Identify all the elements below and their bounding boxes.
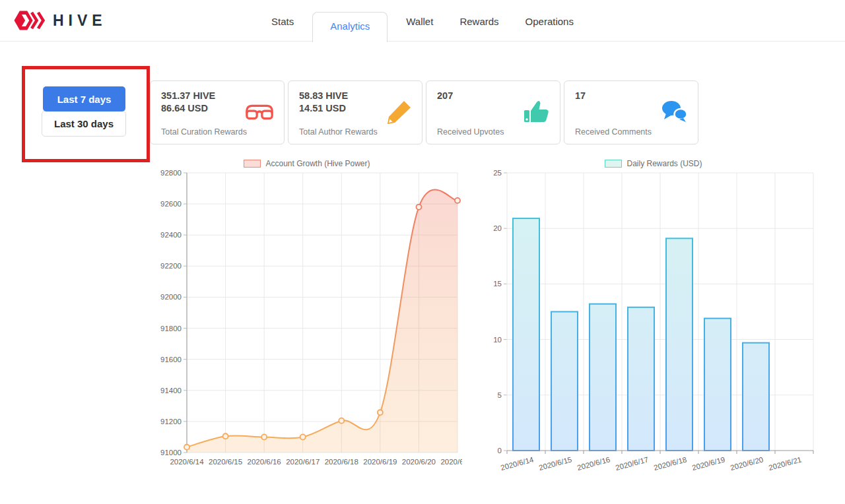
daily-rewards-plot: 05101520252020/6/142020/6/152020/6/16202… xyxy=(489,170,819,484)
svg-text:2020/6/21: 2020/6/21 xyxy=(768,455,803,472)
svg-text:2020/6/20: 2020/6/20 xyxy=(729,455,764,472)
svg-text:2020/6/17: 2020/6/17 xyxy=(286,458,320,466)
tab-wallet[interactable]: Wallet xyxy=(402,16,437,41)
daily-rewards-legend[interactable]: Daily Rewards (USD) xyxy=(489,157,819,170)
pencil-icon xyxy=(386,99,413,128)
svg-text:91200: 91200 xyxy=(160,418,182,425)
upvotes-value: 207 xyxy=(437,90,520,102)
svg-text:91400: 91400 xyxy=(160,387,182,394)
analytics-page: HIVE Stats Analytics Wallet Rewards Oper… xyxy=(0,0,845,504)
svg-text:2020/6/21: 2020/6/21 xyxy=(440,458,462,466)
svg-text:92000: 92000 xyxy=(160,293,182,301)
svg-text:2020/6/15: 2020/6/15 xyxy=(538,455,573,472)
header: HIVE Stats Analytics Wallet Rewards Oper… xyxy=(0,0,845,42)
svg-text:2020/6/19: 2020/6/19 xyxy=(691,455,726,472)
stat-card-received-upvotes: 207 Received Upvotes xyxy=(426,80,560,144)
svg-text:20: 20 xyxy=(493,224,502,232)
curation-usd-value: 86.64 USD xyxy=(161,102,242,115)
svg-text:10: 10 xyxy=(493,336,502,344)
account-growth-chart: Account Growth (Hive Power) 910009120091… xyxy=(152,157,462,478)
svg-text:92400: 92400 xyxy=(160,231,182,239)
curation-hive-value: 351.37 HIVE xyxy=(161,90,242,102)
svg-text:2020/6/16: 2020/6/16 xyxy=(576,455,611,472)
bar-legend-swatch xyxy=(605,160,622,168)
author-hive-value: 58.83 HIVE xyxy=(299,90,384,102)
tab-stats[interactable]: Stats xyxy=(267,16,298,41)
stat-cards-row: 351.37 HIVE 86.64 USD Total Curation Rew… xyxy=(150,80,698,144)
author-usd-value: 14.51 USD xyxy=(299,102,384,115)
bar-legend-label: Daily Rewards (USD) xyxy=(626,159,702,168)
svg-text:2020/6/18: 2020/6/18 xyxy=(325,458,358,466)
line-legend-swatch xyxy=(244,160,261,168)
svg-text:2020/6/14: 2020/6/14 xyxy=(170,458,204,466)
upvotes-label: Received Upvotes xyxy=(437,127,520,137)
curation-label: Total Curation Rewards xyxy=(161,127,242,137)
brand-text: HIVE xyxy=(53,12,107,30)
tab-rewards[interactable]: Rewards xyxy=(456,16,502,41)
last-7-days-button[interactable]: Last 7 days xyxy=(43,86,125,111)
svg-text:2020/6/17: 2020/6/17 xyxy=(615,455,650,472)
svg-text:2020/6/14: 2020/6/14 xyxy=(500,455,535,472)
svg-text:2020/6/20: 2020/6/20 xyxy=(402,458,436,466)
svg-text:2020/6/19: 2020/6/19 xyxy=(363,458,397,466)
daily-rewards-chart: Daily Rewards (USD) 05101520252020/6/142… xyxy=(489,157,819,486)
last-30-days-button[interactable]: Last 30 days xyxy=(42,111,126,137)
thumbs-up-icon xyxy=(523,99,551,128)
svg-text:91000: 91000 xyxy=(160,449,182,457)
account-growth-plot: 9100091200914009160091800920009220092400… xyxy=(152,170,462,475)
svg-text:92600: 92600 xyxy=(160,200,182,208)
svg-text:92200: 92200 xyxy=(160,262,182,270)
svg-text:2020/6/18: 2020/6/18 xyxy=(653,455,688,472)
comments-label: Received Comments xyxy=(575,127,658,137)
tab-operations[interactable]: Operations xyxy=(522,16,578,41)
stat-card-author-rewards: 58.83 HIVE 14.51 USD Total Author Reward… xyxy=(288,80,422,144)
svg-text:91800: 91800 xyxy=(160,325,182,332)
hive-logo[interactable]: HIVE xyxy=(13,9,107,32)
comments-icon xyxy=(661,100,689,127)
tab-analytics[interactable]: Analytics xyxy=(312,12,388,42)
hive-mark-icon xyxy=(13,9,46,32)
svg-text:5: 5 xyxy=(498,391,502,399)
svg-text:25: 25 xyxy=(493,170,502,177)
svg-text:2020/6/15: 2020/6/15 xyxy=(209,458,242,466)
glasses-icon xyxy=(244,101,275,126)
main-nav: Stats Analytics Wallet Rewards Operation… xyxy=(258,12,587,41)
stat-card-received-comments: 17 Received Comments xyxy=(564,80,698,144)
svg-text:15: 15 xyxy=(493,280,502,288)
svg-text:2020/6/16: 2020/6/16 xyxy=(248,458,281,466)
account-growth-legend[interactable]: Account Growth (Hive Power) xyxy=(152,157,462,170)
line-legend-label: Account Growth (Hive Power) xyxy=(265,159,370,168)
svg-text:91600: 91600 xyxy=(160,356,182,363)
svg-text:0: 0 xyxy=(498,447,502,455)
svg-text:92800: 92800 xyxy=(160,170,182,177)
author-label: Total Author Rewards xyxy=(299,127,384,137)
comments-value: 17 xyxy=(575,90,658,102)
stat-card-curation-rewards: 351.37 HIVE 86.64 USD Total Curation Rew… xyxy=(150,80,285,144)
